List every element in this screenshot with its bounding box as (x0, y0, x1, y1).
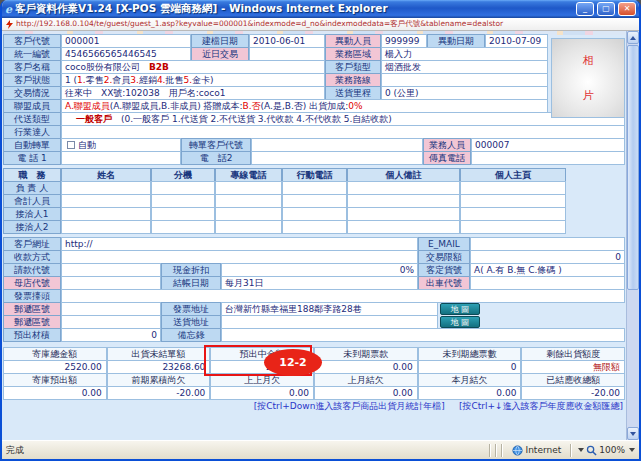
customer-status-field[interactable]: 1 (1.零售2.會員3.經銷4.批售5.金卡) (61, 73, 325, 87)
billing-code-field[interactable] (61, 263, 161, 277)
zip-ship-field[interactable] (61, 315, 161, 329)
custom-item-code-field[interactable]: A( A.有 B.無 C.條碼 ) (470, 263, 625, 277)
zip-invoice-field[interactable] (61, 302, 161, 316)
trade-limit-field[interactable]: 0 (470, 250, 625, 264)
scroll-up-button[interactable] (627, 31, 639, 44)
scrollbar-thumb[interactable] (627, 45, 639, 290)
sales-person-field[interactable]: 000007 (471, 138, 625, 152)
contact-cell[interactable] (215, 207, 282, 221)
modify-date-label: 異動日期 (427, 34, 485, 48)
recent-trade-field[interactable] (249, 47, 325, 61)
photo-label: 相片 (582, 43, 594, 113)
trade-limit-label: 交易限額 (418, 250, 470, 264)
photo-placeholder[interactable]: 相片 (551, 38, 625, 118)
form-row-7: 代送類型 一般客戶 (0.一般客戶 1.代送貨 2.不代送貨 3.代收款 4.不… (3, 112, 625, 126)
minimize-button[interactable]: _ (576, 2, 594, 16)
contact-cell[interactable] (347, 207, 460, 221)
contact-cell[interactable] (282, 181, 347, 195)
maximize-button[interactable]: ▢ (597, 2, 615, 16)
contact-cell[interactable] (61, 207, 151, 221)
window-title: 客戶資料作業V1.24 [X-POS 雲端商務網] - Windows Inte… (15, 2, 573, 16)
close-button[interactable]: ✕ (618, 2, 636, 16)
contact-cell[interactable] (460, 207, 566, 221)
modify-date-field[interactable]: 2010-07-09 (485, 34, 548, 48)
contact-cell[interactable] (347, 194, 460, 208)
page-flash-icon (6, 20, 13, 29)
contact-cell[interactable] (215, 181, 282, 195)
scroll-down-button[interactable] (627, 427, 639, 440)
business-area-field[interactable]: 楊入力 (381, 47, 548, 61)
ship-map-button[interactable]: 地 圖 (440, 316, 480, 328)
vertical-scrollbar[interactable] (626, 31, 639, 440)
zoom-caret-icon[interactable] (629, 448, 635, 452)
fax-field[interactable] (471, 151, 625, 165)
contact-cell[interactable] (460, 181, 566, 195)
modify-person-field[interactable]: 999999 (381, 34, 427, 48)
contact-cell[interactable] (61, 181, 151, 195)
auto-transfer-label: 自動轉單 (3, 138, 61, 152)
col-header-note: 個人備註 (347, 168, 460, 182)
contact-cell[interactable] (151, 181, 215, 195)
phone2-label: 電 話2 (181, 151, 251, 165)
tax-id-field[interactable]: 4546566565446545 (61, 47, 191, 61)
summary-value: 0 (418, 360, 522, 374)
ship-address-label: 送貨地址 (161, 315, 221, 329)
dispatch-code-field[interactable] (470, 276, 625, 290)
contact-cell[interactable] (347, 220, 460, 234)
delivery-type-field[interactable]: 一般客戶 (0.一般客戶 1.代送貨 2.不代送貨 3.代收款 4.不代收款 5… (61, 112, 625, 126)
contact-cell[interactable] (460, 220, 566, 234)
business-route-field[interactable] (381, 73, 548, 87)
customer-code-field[interactable]: 000001 (61, 34, 191, 48)
invoice-address-row: 郵遞區號 發票地址 台灣新竹縣幸福里188鄰李路28巷 地 圖 (3, 302, 625, 316)
col-header-name: 姓名 (61, 168, 151, 182)
customer-type-field[interactable]: 烟酒批发 (381, 60, 548, 74)
contact-cell[interactable] (61, 220, 151, 234)
ship-address-row: 郵遞區號 送貨地址 地 圖 (3, 315, 625, 329)
phone2-field[interactable] (251, 151, 423, 165)
contact-cell[interactable] (282, 220, 347, 234)
auto-transfer-checkbox[interactable] (67, 141, 75, 149)
memo-field[interactable] (221, 328, 625, 342)
magnifier-icon (586, 445, 597, 456)
auto-transfer-checkbox-label: 自動 (78, 139, 96, 152)
contact-cell[interactable] (61, 194, 151, 208)
contact-cell[interactable] (151, 194, 215, 208)
website-field[interactable]: http:// (61, 237, 418, 251)
closing-date-field[interactable]: 每月31日 (221, 276, 418, 290)
industry-expert-field[interactable] (61, 125, 625, 139)
alliance-field[interactable]: A.聯盟成員 (A.聯盟成員,B.非成員) 搭贈成本: B.否 (A.是,B.否… (61, 99, 548, 113)
ship-address-field[interactable] (221, 315, 438, 329)
zoom-controls[interactable]: 100% (576, 445, 635, 456)
phone1-field[interactable] (61, 151, 181, 165)
address-bar[interactable]: http://192.168.0.104/te/guest/guest_1.as… (2, 18, 639, 31)
volume-field[interactable]: 0 (61, 328, 161, 342)
hotkey-notes: [按Ctrl+Down進入該客戶商品出貨月統計年檔] [按Ctrl+↓進入該客戶… (3, 400, 625, 413)
contact-cell[interactable] (215, 194, 282, 208)
contact-cell[interactable] (347, 181, 460, 195)
customer-name-field[interactable]: coco股份有限公司 B2B (61, 60, 325, 74)
create-date-field[interactable]: 2010-06-01 (249, 34, 325, 48)
trade-status-field[interactable]: 往來中 XX號:102038 用戶名:coco1 (61, 86, 325, 100)
payment-method-field[interactable] (61, 250, 418, 264)
contact-row-accountant: 會計人員 (3, 194, 566, 208)
email-field[interactable] (470, 237, 625, 251)
contact-cell[interactable] (460, 194, 566, 208)
title-bar: e 客戶資料作業V1.24 [X-POS 雲端商務網] - Windows In… (2, 0, 639, 18)
select-level-caret-icon[interactable] (578, 448, 584, 452)
contact-cell[interactable] (151, 207, 215, 221)
contact-cell[interactable] (215, 220, 282, 234)
invoice-address-field[interactable]: 台灣新竹縣幸福里188鄰李路28巷 (221, 302, 438, 316)
transfer-code-field[interactable] (251, 138, 423, 152)
contact-cell[interactable] (151, 220, 215, 234)
summary-value: 0.00 (210, 386, 314, 400)
delivery-distance-field[interactable]: 0 (公里) (381, 86, 548, 100)
fax-label: 傳真電話 (423, 151, 471, 165)
contact-cell[interactable] (282, 194, 347, 208)
form-row-6: 聯盟成員 A.聯盟成員 (A.聯盟成員,B.非成員) 搭贈成本: B.否 (A.… (3, 99, 548, 113)
contact-cell[interactable] (282, 207, 347, 221)
status-separator (495, 444, 497, 457)
parent-store-field[interactable] (61, 276, 161, 290)
invoice-title-field[interactable] (61, 289, 625, 303)
invoice-map-button[interactable]: 地 圖 (440, 303, 480, 315)
cash-discount-field[interactable]: 0% (221, 263, 418, 277)
